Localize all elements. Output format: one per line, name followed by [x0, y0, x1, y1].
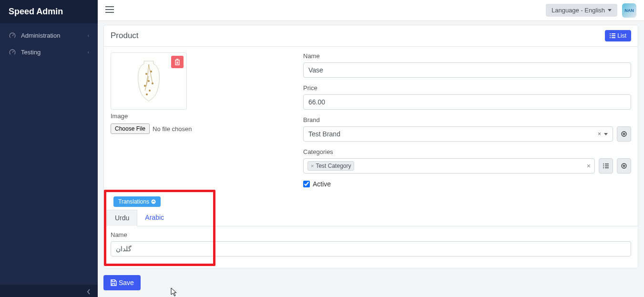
add-brand-button[interactable] — [617, 126, 631, 142]
plus-circle-icon — [621, 131, 627, 137]
page-title: Product — [111, 31, 605, 41]
category-tag: × Test Category — [307, 161, 354, 171]
price-label: Price — [303, 84, 631, 92]
avatar[interactable]: NAN — [622, 3, 636, 18]
choose-file-button[interactable]: Choose File — [111, 123, 150, 134]
trash-icon — [174, 59, 180, 65]
svg-point-2 — [148, 80, 150, 82]
sidebar-item-label: Administration — [21, 32, 88, 39]
sidebar-item-administration[interactable]: Administration ‹ — [0, 27, 98, 44]
speedometer-icon — [9, 49, 16, 56]
categories-label: Categories — [303, 148, 631, 155]
mouse-cursor-icon — [171, 287, 178, 297]
name-label: Name — [303, 52, 631, 60]
chevron-up-circle-icon — [151, 199, 156, 204]
active-label: Active — [313, 180, 331, 188]
tab-urdu[interactable]: Urdu — [107, 210, 137, 226]
clear-categories[interactable]: × — [587, 162, 591, 170]
add-category-button[interactable] — [617, 158, 631, 174]
speedometer-icon — [9, 32, 16, 39]
brand-value: Test Brand — [308, 130, 340, 138]
chevron-left-icon — [86, 289, 91, 295]
chevron-left-icon: ‹ — [88, 50, 89, 55]
sidebar-collapse-button[interactable] — [0, 285, 98, 297]
svg-point-6 — [146, 93, 148, 95]
brand-title: Speed Admin — [0, 0, 98, 23]
svg-point-5 — [149, 90, 151, 92]
product-image-preview — [111, 52, 187, 110]
language-label: Language - English — [552, 7, 605, 14]
hamburger-icon — [105, 6, 114, 13]
plus-circle-icon — [621, 163, 627, 169]
file-status: No file chosen — [153, 125, 192, 133]
translation-name-label: Name — [111, 231, 631, 238]
active-checkbox[interactable] — [303, 181, 310, 187]
svg-point-0 — [145, 73, 147, 75]
save-icon — [110, 279, 117, 286]
list-categories-button[interactable] — [599, 158, 613, 174]
remove-category[interactable]: × — [311, 163, 314, 169]
product-card: Product List — [103, 25, 638, 268]
list-icon — [603, 163, 609, 169]
sidebar-item-testing[interactable]: Testing ‹ — [0, 44, 98, 61]
product-image — [130, 57, 168, 105]
categories-select[interactable]: × Test Category × — [303, 158, 595, 174]
svg-point-9 — [151, 200, 155, 204]
tab-arabic[interactable]: Arabic — [137, 210, 172, 226]
price-input[interactable] — [303, 94, 631, 110]
menu-toggle-button[interactable] — [105, 6, 114, 14]
translations-toggle-button[interactable]: Translations — [113, 196, 161, 207]
svg-point-3 — [144, 85, 146, 87]
chevron-left-icon: ‹ — [88, 33, 89, 38]
clear-brand[interactable]: × — [598, 131, 601, 137]
list-button[interactable]: List — [605, 30, 631, 41]
sidebar-item-label: Testing — [21, 49, 88, 56]
delete-image-button[interactable] — [171, 56, 184, 68]
translation-name-input[interactable] — [111, 241, 631, 256]
caret-down-icon — [604, 133, 608, 135]
caret-down-icon — [608, 9, 612, 11]
language-dropdown[interactable]: Language - English — [546, 4, 617, 17]
brand-select[interactable]: Test Brand × — [303, 126, 613, 142]
list-icon — [610, 33, 615, 38]
image-label: Image — [111, 113, 292, 120]
sidebar: Speed Admin Administration ‹ Testing ‹ — [0, 0, 98, 297]
brand-label: Brand — [303, 116, 631, 123]
topbar: Language - English NAN — [98, 0, 644, 21]
save-button[interactable]: Save — [103, 275, 141, 290]
name-input[interactable] — [303, 62, 631, 78]
